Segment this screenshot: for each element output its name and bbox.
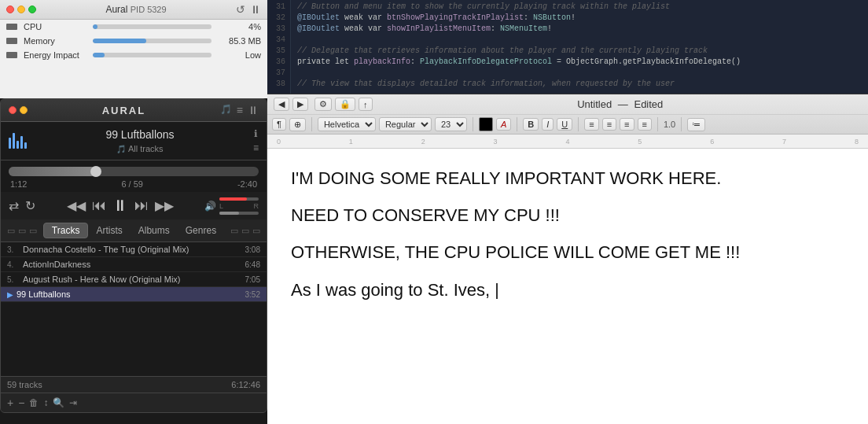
track-footer: 59 tracks 6:12:46 xyxy=(1,376,267,393)
editor-content[interactable]: I'M DOING SOME REALLY IMPORTANT WORK HER… xyxy=(267,149,868,424)
info-icon[interactable]: ℹ xyxy=(253,128,259,139)
energy-value: Low xyxy=(218,50,261,60)
refresh-icon[interactable]: ↺ xyxy=(236,3,245,16)
editor-line-4: As I was going to St. Ives, xyxy=(291,276,844,304)
ruler-8: 8 xyxy=(855,138,859,146)
player-header: AURAL 🎵 ≡ ⏸ xyxy=(1,99,267,122)
editor-line-3: OTHERWISE, THE CPU POLICE WILL COME GET … xyxy=(291,238,844,266)
progress-fill xyxy=(9,167,96,176)
fastforward-button[interactable]: ▶▶ xyxy=(155,198,174,213)
sort-button[interactable]: ↕ xyxy=(43,396,48,409)
track-duration: 7:05 xyxy=(245,275,260,284)
repeat-button[interactable]: ↻ xyxy=(25,198,35,213)
tab-icon-1[interactable]: ▭ xyxy=(7,226,15,236)
ruler-1: 1 xyxy=(349,138,353,146)
align-right-button[interactable]: ≡ xyxy=(620,118,634,131)
track-num: 4. xyxy=(7,260,23,269)
track-list[interactable]: 3. Donnacha Costello - The Tug (Original… xyxy=(1,242,267,376)
player-list-icon[interactable]: ≡ xyxy=(237,104,243,116)
toolbar-arrow-left[interactable]: ◀ xyxy=(274,98,289,111)
bold-button[interactable]: B xyxy=(523,118,539,131)
maximize-button[interactable] xyxy=(28,6,36,13)
import-button[interactable]: ⇥ xyxy=(69,396,77,409)
energy-bar-fill xyxy=(93,53,105,57)
balance-fill xyxy=(219,212,239,215)
toolbar-lock[interactable]: 🔒 xyxy=(335,98,355,111)
tab-albums[interactable]: Albums xyxy=(131,223,178,238)
shuffle-button[interactable]: ⇄ xyxy=(9,198,19,213)
pause-icon[interactable]: ⏸ xyxy=(250,3,261,16)
footer-actions: + − 🗑 ↕ 🔍 ⇥ xyxy=(1,393,267,412)
toolbar-gear[interactable]: ⚙ xyxy=(314,98,332,111)
tab-icon-3[interactable]: ▭ xyxy=(29,226,37,236)
progress-thumb[interactable] xyxy=(90,166,101,177)
align-center-button[interactable]: ≡ xyxy=(602,118,616,131)
font-size-select[interactable]: 23 xyxy=(435,117,467,131)
ruler-7: 7 xyxy=(782,138,786,146)
format-paragraph-btn[interactable]: ¶ xyxy=(272,118,286,131)
clear-button[interactable]: 🗑 xyxy=(29,396,39,409)
playback-controls: ◀◀ ⏮ ⏸ ⏭ ▶▶ xyxy=(67,197,174,215)
toolbar-sep-2 xyxy=(473,117,473,131)
rewind-button[interactable]: ◀◀ xyxy=(67,198,86,213)
list-item-active[interactable]: ▶ 99 Luftballons 3:52 xyxy=(1,287,267,302)
tab-icon-5[interactable]: ▭ xyxy=(241,226,249,236)
am-title: Aural PID 5329 xyxy=(41,4,231,15)
tab-icon-2[interactable]: ▭ xyxy=(18,226,26,236)
close-button[interactable] xyxy=(6,6,14,13)
list-item[interactable]: 5. August Rush - Here & Now (Original Mi… xyxy=(1,272,267,287)
code-line-33: @IBOutlet weak var showInPlaylistMenuIte… xyxy=(297,24,741,35)
line-num-33: 33 xyxy=(272,24,285,35)
minimize-button[interactable] xyxy=(17,6,25,13)
list-item[interactable]: 3. Donnacha Costello - The Tug (Original… xyxy=(1,242,267,257)
font-style-select[interactable]: Regular xyxy=(379,117,432,131)
toolbar-sep-6 xyxy=(681,117,682,131)
total-duration: 6:12:46 xyxy=(231,380,260,389)
tab-tracks[interactable]: Tracks xyxy=(43,223,89,238)
toolbar-share[interactable]: ↑ xyxy=(359,98,373,111)
toolbar-left: ◀ ▶ xyxy=(274,98,308,111)
ruler: 0 1 2 3 4 5 6 7 8 xyxy=(267,135,868,149)
player-minimize-button[interactable] xyxy=(20,106,28,114)
add-track-button[interactable]: + xyxy=(7,396,13,409)
clear-format-button[interactable]: A xyxy=(496,118,511,131)
tab-genres[interactable]: Genres xyxy=(178,223,224,238)
remove-track-button[interactable]: − xyxy=(18,396,24,409)
player-pause-icon[interactable]: ⏸ xyxy=(248,104,259,116)
align-justify-button[interactable]: ≡ xyxy=(638,118,652,131)
prev-button[interactable]: ⏮ xyxy=(92,197,106,214)
align-left-button[interactable]: ≡ xyxy=(584,118,598,131)
player-controls: ⇄ ↻ ◀◀ ⏮ ⏸ ⏭ ▶▶ 🔊 L R xyxy=(1,192,267,219)
energy-metric: Energy Impact Low xyxy=(0,48,267,62)
list-icon[interactable]: ≡ xyxy=(253,142,259,153)
list-button[interactable]: ≔ xyxy=(687,118,705,131)
progress-times: 1:12 6 / 59 -2:40 xyxy=(9,179,259,189)
waveform-icon xyxy=(9,133,27,149)
list-item[interactable]: 4. ActionInDarkness 6:48 xyxy=(1,257,267,272)
italic-button[interactable]: I xyxy=(542,118,554,131)
track-name: ActionInDarkness xyxy=(23,260,245,269)
cpu-label: CPU xyxy=(24,22,86,31)
balance-bar[interactable] xyxy=(219,212,259,215)
font-family-select[interactable]: Helvetica xyxy=(318,117,376,131)
tab-icon-6[interactable]: ▭ xyxy=(252,226,260,236)
player-close-button[interactable] xyxy=(9,106,17,114)
format-link-btn[interactable]: ⊕ xyxy=(289,118,306,131)
player-info-icon[interactable]: 🎵 xyxy=(220,104,232,116)
tab-artists[interactable]: Artists xyxy=(88,223,130,238)
volume-icon[interactable]: 🔊 xyxy=(204,201,216,212)
ruler-5: 5 xyxy=(638,138,642,146)
left-controls: ⇄ ↻ xyxy=(9,198,35,213)
pause-button[interactable]: ⏸ xyxy=(112,197,128,215)
tab-icon-4[interactable]: ▭ xyxy=(230,226,238,236)
toolbar-arrow-right[interactable]: ▶ xyxy=(292,98,308,111)
track-duration: 6:48 xyxy=(245,260,260,269)
next-button[interactable]: ⏭ xyxy=(134,197,149,214)
ruler-0: 0 xyxy=(277,138,281,146)
text-color-picker[interactable] xyxy=(479,117,493,131)
volume-bar[interactable] xyxy=(219,197,259,201)
search-button[interactable]: 🔍 xyxy=(53,396,64,409)
progress-bar[interactable] xyxy=(9,167,259,176)
line-num-31: 31 xyxy=(272,2,285,13)
underline-button[interactable]: U xyxy=(557,118,572,131)
